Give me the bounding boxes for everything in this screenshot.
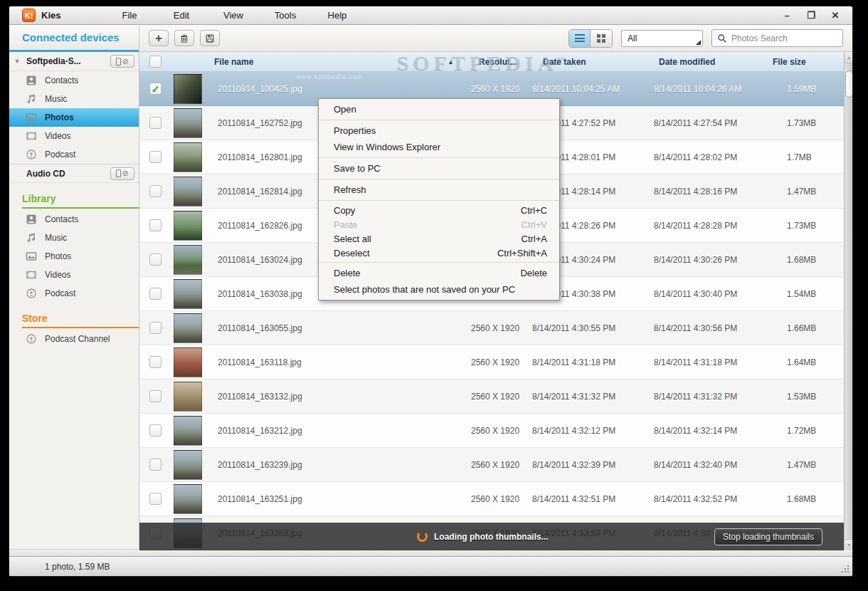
row-checkbox[interactable]: ✓ — [149, 459, 162, 471]
cell-size: 1.68MB — [766, 494, 844, 504]
context-menu: OpenPropertiesView in Windows ExplorerSa… — [318, 98, 560, 300]
photo-thumbnail[interactable] — [174, 347, 202, 377]
context-menu-item-label: Select photos that are not saved on your… — [334, 284, 515, 295]
photo-thumbnail[interactable] — [174, 177, 202, 206]
delete-button[interactable] — [174, 30, 194, 46]
row-checkbox[interactable]: ✓ — [149, 185, 162, 197]
select-all-checkbox[interactable]: ✓ — [149, 56, 162, 68]
date-taken: 8/14/2011 4:32:39 PM — [532, 460, 615, 470]
table-row[interactable]: ✓20110814_163239.jpg2560 X 19208/14/2011… — [139, 448, 844, 482]
sidebar-device-item-videos[interactable]: Videos — [9, 127, 139, 145]
sidebar-device-row[interactable]: ▼ Softpedia-S... ⊘ — [9, 52, 139, 71]
context-menu-item-open[interactable]: Open — [319, 101, 559, 117]
sidebar-library-item-music[interactable]: Music — [9, 229, 139, 247]
date-modified: 8/14/2011 4:28:28 PM — [654, 221, 737, 231]
file-size-column-header[interactable]: File size — [766, 57, 844, 67]
scrollbar-thumb[interactable] — [845, 70, 853, 98]
photo-thumbnail[interactable] — [174, 382, 202, 412]
table-row[interactable]: ✓20110814_163118.jpg2560 X 19208/14/2011… — [139, 345, 844, 380]
cell-size: 1.72MB — [766, 426, 844, 436]
grid-view-button[interactable] — [591, 30, 612, 47]
photo-thumbnail[interactable] — [174, 416, 202, 446]
context-menu-item-select-photos-that-are-not-saved-on-your-pc[interactable]: Select photos that are not saved on your… — [319, 281, 559, 298]
sidebar-device-item-music[interactable]: Music — [9, 90, 139, 108]
sidebar-library-item-contacts[interactable]: Contacts — [9, 210, 139, 229]
date-taken: 8/14/2011 4:31:32 PM — [532, 392, 615, 402]
table-row[interactable]: ✓20110814_163132.jpg2560 X 19208/14/2011… — [139, 380, 844, 414]
context-menu-item-properties[interactable]: Properties — [319, 122, 559, 139]
sidebar-library-item-podcast[interactable]: Podcast — [9, 284, 139, 303]
search-input[interactable] — [731, 33, 831, 43]
row-checkbox[interactable]: ✓ — [149, 151, 162, 163]
row-checkbox[interactable]: ✓ — [149, 356, 162, 368]
minimize-button[interactable]: – — [780, 10, 794, 21]
menu-edit[interactable]: Edit — [155, 10, 207, 21]
table-row[interactable]: ✓20110814_163251.jpg2560 X 19208/14/2011… — [139, 482, 844, 516]
save-button[interactable] — [200, 30, 220, 46]
row-checkbox[interactable]: ✓ — [149, 219, 162, 231]
sidebar-audio-cd-row[interactable]: Audio CD ⊘ — [9, 164, 139, 183]
context-menu-item-copy[interactable]: CopyCtrl+C — [319, 203, 559, 217]
photo-thumbnail[interactable] — [174, 450, 202, 480]
context-menu-item-deselect[interactable]: DeselectCtrl+Shift+A — [319, 246, 559, 260]
search-box[interactable] — [711, 29, 843, 47]
dropdown-corner-icon — [696, 40, 701, 45]
disconnect-device-button[interactable]: ⊘ — [110, 55, 134, 68]
eject-cd-button[interactable]: ⊘ — [110, 167, 134, 180]
row-checkbox[interactable]: ✓ — [149, 424, 162, 436]
sidebar-store-item-podcast-channel[interactable]: Podcast Channel — [9, 330, 139, 348]
resolution-column-header[interactable]: Resolut... — [460, 57, 531, 67]
context-menu-item-save-to-pc[interactable]: Save to PC — [319, 160, 559, 177]
photo-thumbnail[interactable] — [174, 74, 202, 104]
date-modified-column-header[interactable]: Date modified — [641, 57, 766, 67]
row-checkbox[interactable]: ✓ — [149, 253, 162, 266]
vertical-scrollbar[interactable]: ▲ ▼ — [844, 52, 853, 550]
cell-res: 2560 X 1920 — [460, 494, 531, 504]
sort-ascending-icon[interactable]: ▲ — [448, 58, 454, 66]
list-view-button[interactable] — [569, 30, 591, 47]
menu-help[interactable]: Help — [311, 10, 363, 21]
menu-view[interactable]: View — [207, 10, 259, 21]
close-button[interactable]: ✕ — [828, 10, 842, 21]
titlebar[interactable]: K! Kies FileEditViewToolsHelp – ❐ ✕ — [9, 6, 852, 25]
menu-file[interactable]: File — [103, 10, 155, 21]
cell-thumb — [171, 450, 211, 480]
row-checkbox[interactable]: ✓ — [149, 322, 162, 334]
sidebar-library-item-videos[interactable]: Videos — [9, 266, 139, 284]
sidebar-device-item-photos[interactable]: Photos — [9, 108, 139, 127]
resize-grip[interactable] — [841, 565, 850, 573]
context-menu-item-delete[interactable]: DeleteDelete — [319, 265, 559, 281]
context-menu-item-select-all[interactable]: Select allCtrl+A — [319, 231, 559, 246]
context-menu-item-refresh[interactable]: Refresh — [319, 182, 559, 198]
sidebar-library-item-photos[interactable]: Photos — [9, 247, 139, 266]
photo-thumbnail[interactable] — [174, 484, 202, 514]
file-name: 20110814_162801.jpg — [218, 152, 302, 162]
sidebar-device-item-contacts[interactable]: Contacts — [9, 71, 139, 90]
sidebar-device-item-podcast[interactable]: Podcast — [9, 145, 139, 164]
photo-thumbnail[interactable] — [174, 142, 202, 172]
photo-thumbnail[interactable] — [174, 313, 202, 343]
row-checkbox[interactable]: ✓ — [149, 390, 162, 402]
row-checkbox[interactable]: ✓ — [149, 117, 162, 129]
cell-check: ✓ — [139, 459, 171, 471]
context-menu-item-view-in-windows-explorer[interactable]: View in Windows Explorer — [319, 139, 559, 155]
stop-loading-thumbnails-button[interactable]: Stop loading thumbnails — [714, 528, 822, 545]
photo-thumbnail[interactable] — [174, 211, 202, 241]
table-row[interactable]: ✓20110814_163212.jpg2560 X 19208/14/2011… — [139, 414, 844, 448]
add-button[interactable]: + — [149, 30, 169, 46]
date-taken-column-header[interactable]: Date taken — [531, 57, 641, 67]
scroll-up-arrow-icon[interactable]: ▲ — [845, 52, 853, 63]
photo-thumbnail[interactable] — [174, 245, 202, 275]
row-checkbox[interactable]: ✓ — [149, 493, 162, 505]
row-checkbox[interactable]: ✓ — [149, 83, 162, 95]
photo-thumbnail[interactable] — [174, 279, 202, 309]
cell-size: 1.7MB — [766, 152, 844, 162]
menu-tools[interactable]: Tools — [259, 10, 311, 21]
row-checkbox[interactable]: ✓ — [149, 288, 162, 300]
file-name-column-header[interactable]: File name ▲ — [211, 57, 460, 67]
table-row[interactable]: ✓20110814_163055.jpg2560 X 19208/14/2011… — [139, 311, 844, 345]
photo-thumbnail[interactable] — [174, 108, 202, 138]
chevron-down-icon[interactable]: ▼ — [12, 58, 22, 65]
maximize-button[interactable]: ❐ — [804, 10, 818, 21]
filter-dropdown[interactable]: All — [621, 30, 703, 47]
